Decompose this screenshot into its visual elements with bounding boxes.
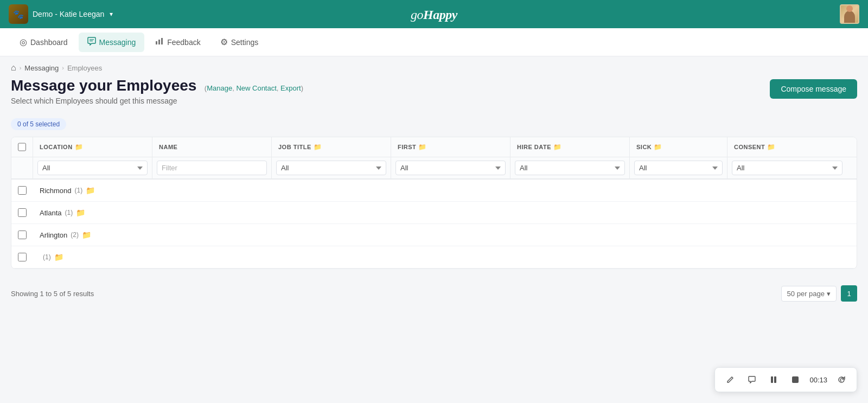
th-sick: SICK 📁 [630,137,727,157]
nav-settings[interactable]: ⚙ Settings [212,33,267,52]
row-checkbox[interactable] [18,253,27,261]
compose-message-button[interactable]: Compose message [770,79,857,99]
per-page-label: 50 per page [787,290,825,298]
location-count: (2) [71,231,79,239]
row-sick [630,206,727,219]
nav-feedback[interactable]: Feedback [146,33,209,52]
selected-badge: 0 of 5 selected [11,118,66,130]
th-sick-icon[interactable]: 📁 [654,143,662,151]
location-count: (1) [75,187,83,194]
user-avatar[interactable] [840,4,859,24]
per-page-selector[interactable]: 50 per page ▾ [781,286,837,302]
dashboard-icon: ◎ [20,37,27,47]
nav-dashboard-label: Dashboard [30,38,68,47]
row-checkbox[interactable] [18,186,27,195]
location-name: Richmond [40,187,72,195]
page-title: Message your Employees [11,77,196,94]
folder-icon[interactable]: 📁 [82,231,91,239]
brand-avatar: 🐾 [9,4,28,24]
nav-messaging[interactable]: Messaging [79,33,145,52]
th-name-label: NAME [159,144,177,150]
th-hire-date: HIRE DATE 📁 [510,137,630,157]
nav-dashboard[interactable]: ◎ Dashboard [11,33,76,52]
row-name [152,251,272,264]
filter-consent: All [727,157,847,178]
user-menu[interactable] [840,4,859,24]
row-sick [630,228,727,241]
row-job-title [272,206,391,219]
table-row: Atlanta (1) 📁 [11,202,857,224]
th-name: NAME [152,137,272,157]
filter-checkbox-cell [11,157,33,178]
th-consent-icon[interactable]: 📁 [767,143,776,151]
location-name: Atlanta [40,209,61,217]
first-filter[interactable]: All [395,161,506,175]
app-logo: goHappy [411,5,457,23]
name-filter[interactable] [157,161,267,175]
new-contact-link[interactable]: New Contact [236,84,276,92]
folder-icon[interactable]: 📁 [76,208,85,217]
filter-row: All All All All [11,157,857,180]
row-location: Richmond (1) 📁 [33,180,152,201]
th-first: FIRST 📁 [391,137,510,157]
filter-name [152,157,272,178]
row-name [152,206,272,219]
brand-selector[interactable]: 🐾 Demo - Katie Leegan ▾ [9,4,113,24]
page-number[interactable]: 1 [841,285,857,302]
row-checkbox-cell [11,224,33,246]
page-header: Message your Employees (Manage, New Cont… [11,77,857,114]
messaging-icon [87,37,96,48]
row-location: Atlanta (1) 📁 [33,202,152,223]
manage-link[interactable]: Manage [207,84,232,92]
consent-filter[interactable]: All [732,161,843,175]
th-consent: CONSENT 📁 [727,137,847,157]
row-job-title [272,251,391,264]
home-icon[interactable]: ⌂ [11,63,16,73]
folder-icon[interactable]: 📁 [86,186,95,195]
row-first [391,184,510,197]
row-consent [727,251,847,264]
breadcrumb-current: Employees [67,64,102,72]
breadcrumb-messaging[interactable]: Messaging [24,64,59,72]
th-location-icon[interactable]: 📁 [75,143,84,151]
filter-sick: All [630,157,727,178]
svg-rect-3 [158,40,160,44]
folder-icon[interactable]: 📁 [54,253,63,261]
filter-hire-date: All [510,157,630,178]
nav-settings-label: Settings [231,38,259,47]
row-checkbox[interactable] [18,208,27,217]
th-hire-date-label: HIRE DATE [517,144,551,150]
location-count: (1) [43,253,51,261]
export-link[interactable]: Export [280,84,301,92]
th-first-icon[interactable]: 📁 [418,143,427,151]
brand-chevron-icon: ▾ [110,10,113,18]
row-hire-date [510,184,630,197]
hire-date-filter[interactable]: All [515,161,625,175]
table-row: Richmond (1) 📁 [11,180,857,202]
pagination: 50 per page ▾ 1 [781,285,857,302]
per-page-chevron: ▾ [827,290,831,298]
page-subtitle: Select which Employees should get this m… [11,97,303,105]
svg-rect-4 [161,38,163,44]
sick-filter[interactable]: All [634,161,723,175]
th-job-title: JOB TITLE 📁 [272,137,391,157]
th-hire-date-icon[interactable]: 📁 [553,143,562,151]
top-navigation: 🐾 Demo - Katie Leegan ▾ goHappy [0,0,868,28]
feedback-icon [155,37,164,48]
table-header: LOCATION 📁 NAME JOB TITLE 📁 FIRST 📁 HIRE… [11,137,857,157]
row-location: Arlington (2) 📁 [33,224,152,246]
location-name: Arlington [40,231,67,239]
brand-name: Demo - Katie Leegan [33,10,104,18]
row-location: (1) 📁 [33,246,152,268]
location-filter[interactable]: All [37,161,148,175]
master-checkbox[interactable] [18,143,26,151]
th-job-title-icon[interactable]: 📁 [314,143,322,151]
page-title-section: Message your Employees (Manage, New Cont… [11,77,303,114]
job-title-filter[interactable]: All [276,161,386,175]
th-consent-label: CONSENT [734,144,765,150]
filter-job-title: All [272,157,391,178]
th-location: LOCATION 📁 [33,137,152,157]
breadcrumb-sep-2: › [62,65,64,71]
row-checkbox[interactable] [18,231,27,239]
nav-messaging-label: Messaging [99,38,136,47]
